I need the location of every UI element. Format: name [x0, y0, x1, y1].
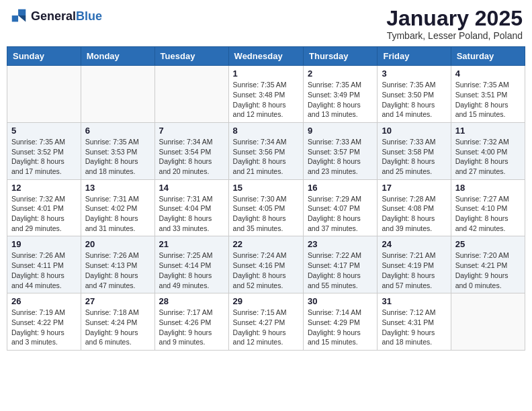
day-info: Sunrise: 7:20 AM Sunset: 4:21 PM Dayligh… — [455, 250, 521, 290]
weekday-header-saturday: Saturday — [451, 47, 525, 66]
day-info: Sunrise: 7:33 AM Sunset: 3:58 PM Dayligh… — [382, 137, 446, 177]
day-info: Sunrise: 7:35 AM Sunset: 3:48 PM Dayligh… — [233, 80, 299, 120]
day-info: Sunrise: 7:35 AM Sunset: 3:53 PM Dayligh… — [85, 137, 150, 177]
day-info: Sunrise: 7:29 AM Sunset: 4:07 PM Dayligh… — [308, 194, 373, 234]
day-number: 10 — [382, 126, 446, 136]
day-number: 5 — [11, 126, 77, 136]
day-info: Sunrise: 7:15 AM Sunset: 4:27 PM Dayligh… — [233, 308, 299, 347]
day-number: 15 — [233, 183, 299, 193]
svg-marker-0 — [18, 9, 26, 15]
calendar-week-row: 26Sunrise: 7:19 AM Sunset: 4:22 PM Dayli… — [7, 293, 525, 351]
day-info: Sunrise: 7:26 AM Sunset: 4:13 PM Dayligh… — [85, 250, 150, 290]
weekday-header-monday: Monday — [81, 47, 154, 66]
day-number: 21 — [159, 239, 224, 249]
day-number: 8 — [233, 126, 299, 136]
calendar-cell: 14Sunrise: 7:31 AM Sunset: 4:04 PM Dayli… — [154, 179, 228, 236]
day-info: Sunrise: 7:33 AM Sunset: 3:57 PM Dayligh… — [308, 137, 373, 177]
svg-marker-1 — [18, 15, 26, 21]
day-number: 4 — [455, 68, 521, 79]
day-info: Sunrise: 7:22 AM Sunset: 4:17 PM Dayligh… — [308, 250, 373, 290]
day-info: Sunrise: 7:35 AM Sunset: 3:49 PM Dayligh… — [308, 80, 373, 120]
calendar-cell: 25Sunrise: 7:20 AM Sunset: 4:21 PM Dayli… — [451, 236, 525, 293]
calendar-week-row: 1Sunrise: 7:35 AM Sunset: 3:48 PM Daylig… — [7, 66, 525, 123]
calendar-cell: 19Sunrise: 7:26 AM Sunset: 4:11 PM Dayli… — [7, 236, 81, 293]
day-number: 29 — [233, 296, 299, 306]
svg-marker-2 — [12, 15, 18, 21]
calendar-cell: 16Sunrise: 7:29 AM Sunset: 4:07 PM Dayli… — [304, 179, 378, 236]
calendar-cell — [154, 66, 228, 123]
weekday-header-friday: Friday — [378, 47, 451, 66]
weekday-header-row: SundayMondayTuesdayWednesdayThursdayFrid… — [7, 47, 525, 66]
calendar-cell — [7, 66, 81, 123]
calendar-week-row: 5Sunrise: 7:35 AM Sunset: 3:52 PM Daylig… — [7, 122, 525, 179]
day-info: Sunrise: 7:35 AM Sunset: 3:51 PM Dayligh… — [455, 80, 521, 120]
day-number: 3 — [382, 68, 446, 79]
day-info: Sunrise: 7:19 AM Sunset: 4:22 PM Dayligh… — [11, 308, 77, 347]
day-number: 13 — [85, 183, 150, 193]
calendar-week-row: 19Sunrise: 7:26 AM Sunset: 4:11 PM Dayli… — [7, 236, 525, 293]
day-number: 12 — [11, 183, 77, 193]
day-number: 1 — [233, 68, 299, 79]
day-number: 25 — [455, 239, 521, 249]
calendar-cell: 8Sunrise: 7:34 AM Sunset: 3:56 PM Daylig… — [228, 122, 303, 179]
calendar-cell: 6Sunrise: 7:35 AM Sunset: 3:53 PM Daylig… — [81, 122, 154, 179]
calendar-cell: 15Sunrise: 7:30 AM Sunset: 4:05 PM Dayli… — [228, 179, 303, 236]
day-number: 26 — [11, 296, 77, 306]
calendar-cell: 26Sunrise: 7:19 AM Sunset: 4:22 PM Dayli… — [7, 293, 81, 351]
logo-text: General Blue — [31, 10, 102, 22]
day-info: Sunrise: 7:34 AM Sunset: 3:56 PM Dayligh… — [233, 137, 299, 177]
logo-general: General — [31, 10, 76, 22]
day-info: Sunrise: 7:25 AM Sunset: 4:14 PM Dayligh… — [159, 250, 224, 290]
day-info: Sunrise: 7:31 AM Sunset: 4:02 PM Dayligh… — [85, 194, 150, 234]
day-info: Sunrise: 7:31 AM Sunset: 4:04 PM Dayligh… — [159, 194, 224, 234]
weekday-header-sunday: Sunday — [7, 47, 81, 66]
day-number: 19 — [11, 239, 77, 249]
day-info: Sunrise: 7:28 AM Sunset: 4:08 PM Dayligh… — [382, 194, 446, 234]
day-number: 17 — [382, 183, 446, 193]
day-info: Sunrise: 7:32 AM Sunset: 4:00 PM Dayligh… — [455, 137, 521, 177]
calendar-cell: 21Sunrise: 7:25 AM Sunset: 4:14 PM Dayli… — [154, 236, 228, 293]
day-number: 27 — [85, 296, 150, 306]
day-info: Sunrise: 7:24 AM Sunset: 4:16 PM Dayligh… — [233, 250, 299, 290]
day-info: Sunrise: 7:30 AM Sunset: 4:05 PM Dayligh… — [233, 194, 299, 234]
day-info: Sunrise: 7:34 AM Sunset: 3:54 PM Dayligh… — [159, 137, 224, 177]
day-number: 11 — [455, 126, 521, 136]
day-number: 31 — [382, 296, 446, 306]
calendar-table: SundayMondayTuesdayWednesdayThursdayFrid… — [7, 46, 525, 351]
day-info: Sunrise: 7:21 AM Sunset: 4:19 PM Dayligh… — [382, 250, 446, 290]
calendar-cell: 10Sunrise: 7:33 AM Sunset: 3:58 PM Dayli… — [378, 122, 451, 179]
day-number: 16 — [308, 183, 373, 193]
calendar-cell — [451, 293, 525, 351]
calendar-cell: 24Sunrise: 7:21 AM Sunset: 4:19 PM Dayli… — [378, 236, 451, 293]
calendar-cell: 23Sunrise: 7:22 AM Sunset: 4:17 PM Dayli… — [304, 236, 378, 293]
logo-icon — [9, 7, 28, 26]
day-info: Sunrise: 7:14 AM Sunset: 4:29 PM Dayligh… — [308, 308, 373, 347]
weekday-header-tuesday: Tuesday — [154, 47, 228, 66]
title-block: January 2025 Tymbark, Lesser Poland, Pol… — [386, 7, 523, 41]
day-number: 6 — [85, 126, 150, 136]
day-info: Sunrise: 7:17 AM Sunset: 4:26 PM Dayligh… — [159, 308, 224, 347]
day-info: Sunrise: 7:18 AM Sunset: 4:24 PM Dayligh… — [85, 308, 150, 347]
logo: General Blue — [9, 7, 102, 26]
day-info: Sunrise: 7:12 AM Sunset: 4:31 PM Dayligh… — [382, 308, 446, 347]
calendar-cell: 12Sunrise: 7:32 AM Sunset: 4:01 PM Dayli… — [7, 179, 81, 236]
calendar-cell: 27Sunrise: 7:18 AM Sunset: 4:24 PM Dayli… — [81, 293, 154, 351]
day-number: 23 — [308, 239, 373, 249]
location: Tymbark, Lesser Poland, Poland — [386, 30, 523, 41]
calendar-cell: 29Sunrise: 7:15 AM Sunset: 4:27 PM Dayli… — [228, 293, 303, 351]
day-number: 7 — [159, 126, 224, 136]
day-number: 28 — [159, 296, 224, 306]
day-number: 14 — [159, 183, 224, 193]
day-info: Sunrise: 7:32 AM Sunset: 4:01 PM Dayligh… — [11, 194, 77, 234]
day-number: 9 — [308, 126, 373, 136]
page-header: General Blue January 2025 Tymbark, Lesse… — [7, 7, 525, 41]
calendar-cell: 9Sunrise: 7:33 AM Sunset: 3:57 PM Daylig… — [304, 122, 378, 179]
calendar-cell: 4Sunrise: 7:35 AM Sunset: 3:51 PM Daylig… — [451, 66, 525, 123]
calendar-cell: 20Sunrise: 7:26 AM Sunset: 4:13 PM Dayli… — [81, 236, 154, 293]
calendar-cell: 13Sunrise: 7:31 AM Sunset: 4:02 PM Dayli… — [81, 179, 154, 236]
calendar-cell: 22Sunrise: 7:24 AM Sunset: 4:16 PM Dayli… — [228, 236, 303, 293]
day-number: 22 — [233, 239, 299, 249]
calendar-cell: 31Sunrise: 7:12 AM Sunset: 4:31 PM Dayli… — [378, 293, 451, 351]
day-number: 24 — [382, 239, 446, 249]
day-number: 30 — [308, 296, 373, 306]
